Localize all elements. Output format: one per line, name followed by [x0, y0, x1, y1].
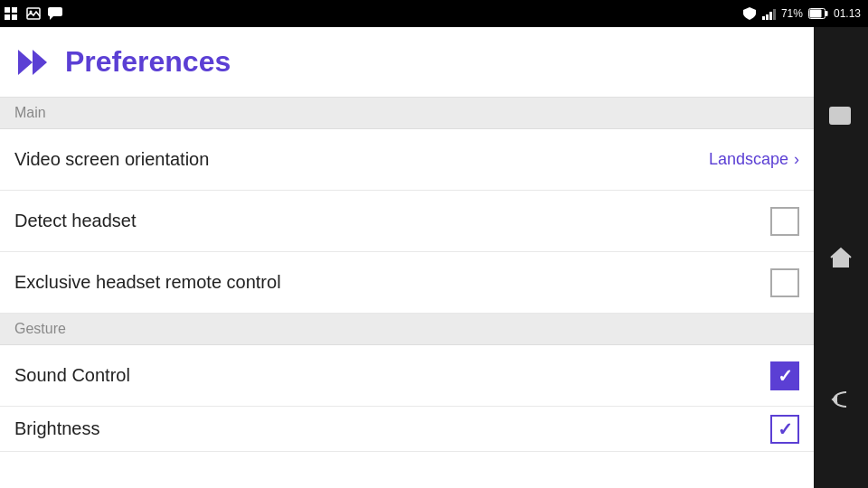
window-button[interactable] [821, 96, 861, 136]
status-left-icons [4, 5, 63, 22]
status-bar: 71% 01.13 [0, 0, 868, 27]
battery-percent: 71% [781, 7, 803, 20]
svg-rect-13 [830, 108, 850, 124]
signal-icon [762, 7, 776, 20]
list-item-detect-headset[interactable]: Detect headset [0, 191, 814, 252]
list-item-exclusive-headset[interactable]: Exclusive headset remote control [0, 252, 814, 314]
svg-marker-11 [18, 50, 33, 75]
list-item-video-orientation[interactable]: Video screen orientation Landscape › [0, 129, 814, 191]
svg-rect-2 [5, 14, 10, 20]
list-item-brightness[interactable]: Brightness [0, 407, 814, 452]
svg-rect-0 [5, 7, 10, 13]
menu-icon [4, 5, 20, 22]
section-header-gesture: Gesture [0, 314, 814, 345]
detect-headset-checkbox[interactable] [770, 207, 799, 236]
svg-rect-3 [12, 14, 17, 20]
section-header-main: Main [0, 98, 814, 129]
svg-rect-1 [12, 7, 17, 13]
svg-rect-10 [809, 10, 821, 18]
battery-icon [808, 8, 828, 19]
brightness-label: Brightness [14, 418, 100, 439]
svg-marker-12 [33, 50, 47, 75]
list-item-sound-control[interactable]: Sound Control [0, 345, 814, 407]
status-right-info: 71% 01.13 [742, 6, 861, 21]
svg-rect-15 [837, 260, 844, 267]
clock: 01.13 [834, 7, 861, 20]
shield-icon [742, 6, 757, 21]
video-orientation-value[interactable]: Landscape › [709, 150, 799, 169]
right-sidebar [814, 27, 868, 488]
detect-headset-label: Detect headset [14, 211, 137, 231]
svg-rect-9 [826, 11, 828, 16]
page-header: Preferences [0, 27, 814, 98]
back-button[interactable] [821, 380, 861, 419]
app-logo [14, 42, 54, 82]
exclusive-headset-checkbox[interactable] [770, 268, 799, 297]
brightness-checkbox[interactable] [770, 415, 799, 444]
bbm-icon [47, 5, 63, 22]
svg-marker-7 [50, 16, 53, 20]
chevron-icon: › [794, 150, 799, 169]
sound-control-label: Sound Control [14, 365, 130, 386]
video-orientation-label: Video screen orientation [14, 149, 209, 170]
svg-rect-6 [48, 7, 62, 16]
main-content: Preferences Main Video screen orientatio… [0, 27, 814, 488]
sound-control-checkbox[interactable] [770, 361, 799, 390]
image-icon [25, 5, 42, 22]
exclusive-headset-label: Exclusive headset remote control [14, 272, 281, 293]
home-button[interactable] [821, 238, 861, 277]
page-title: Preferences [65, 45, 231, 79]
